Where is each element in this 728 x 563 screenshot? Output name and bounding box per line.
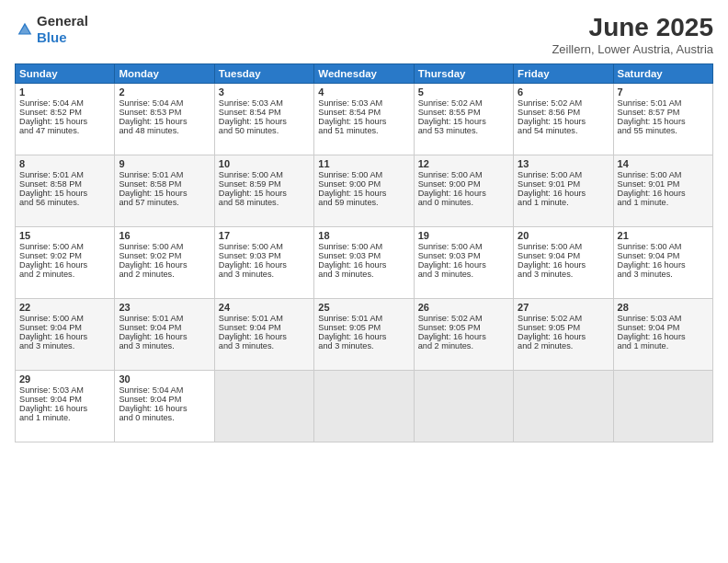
day-number: 27: [518, 302, 609, 313]
calendar-day-cell: 30Sunrise: 5:04 AMSunset: 9:04 PMDayligh…: [115, 371, 214, 442]
day-info-line: and 51 minutes.: [318, 126, 409, 135]
day-info-line: Sunrise: 5:01 AM: [19, 170, 110, 179]
day-info-line: Daylight: 15 hours: [518, 117, 609, 126]
day-info-line: and 2 minutes.: [418, 341, 509, 350]
day-info-line: Sunrise: 5:00 AM: [618, 242, 709, 251]
day-info-line: Sunset: 9:04 PM: [119, 323, 210, 332]
day-info-line: Sunrise: 5:00 AM: [318, 170, 409, 179]
calendar: SundayMondayTuesdayWednesdayThursdayFrid…: [15, 63, 713, 442]
calendar-day-cell: 25Sunrise: 5:01 AMSunset: 9:05 PMDayligh…: [314, 299, 414, 371]
calendar-day-cell: 19Sunrise: 5:00 AMSunset: 9:03 PMDayligh…: [414, 227, 513, 299]
day-info-line: Sunset: 9:04 PM: [518, 251, 609, 260]
day-number: 28: [618, 302, 709, 313]
location-title: Zeillern, Lower Austria, Austria: [552, 42, 713, 56]
day-number: 4: [318, 86, 409, 98]
calendar-day-cell: 9Sunrise: 5:01 AMSunset: 8:58 PMDaylight…: [115, 155, 214, 227]
day-info-line: Sunset: 9:05 PM: [418, 323, 509, 332]
day-info-line: and 54 minutes.: [518, 126, 609, 135]
calendar-day-cell: [613, 371, 712, 442]
day-info-line: Sunset: 9:05 PM: [518, 323, 609, 332]
day-number: 7: [618, 86, 709, 98]
day-info-line: Sunset: 9:03 PM: [219, 251, 310, 260]
calendar-day-cell: 10Sunrise: 5:00 AMSunset: 8:59 PMDayligh…: [214, 155, 313, 227]
day-number: 24: [219, 302, 310, 313]
day-info-line: and 59 minutes.: [318, 198, 409, 207]
day-info-line: Sunrise: 5:04 AM: [119, 98, 210, 108]
day-info-line: and 58 minutes.: [219, 198, 310, 207]
day-info-line: Daylight: 15 hours: [119, 189, 210, 198]
day-info-line: Sunrise: 5:04 AM: [19, 98, 110, 108]
calendar-day-cell: 13Sunrise: 5:00 AMSunset: 9:01 PMDayligh…: [514, 155, 613, 227]
calendar-day-cell: [514, 371, 613, 442]
day-info-line: Daylight: 15 hours: [219, 117, 310, 126]
calendar-day-cell: 16Sunrise: 5:00 AMSunset: 9:02 PMDayligh…: [115, 227, 214, 299]
day-number: 20: [518, 230, 609, 241]
calendar-day-cell: 6Sunrise: 5:02 AMSunset: 8:56 PMDaylight…: [514, 84, 613, 155]
day-info-line: Daylight: 15 hours: [19, 117, 110, 126]
day-info-line: Daylight: 15 hours: [119, 117, 210, 126]
day-info-line: Sunset: 9:04 PM: [19, 323, 110, 332]
calendar-day-cell: 5Sunrise: 5:02 AMSunset: 8:55 PMDaylight…: [414, 84, 513, 155]
day-number: 8: [19, 158, 110, 169]
day-info-line: Sunset: 8:52 PM: [19, 108, 110, 117]
day-info-line: and 3 minutes.: [219, 341, 310, 350]
day-info-line: Sunset: 9:01 PM: [618, 179, 709, 189]
day-info-line: Sunset: 8:58 PM: [119, 179, 210, 189]
day-info-line: and 2 minutes.: [19, 270, 110, 279]
calendar-week-row: 15Sunrise: 5:00 AMSunset: 9:02 PMDayligh…: [16, 227, 713, 299]
day-info-line: Sunrise: 5:00 AM: [219, 170, 310, 179]
day-info-line: Daylight: 16 hours: [418, 189, 509, 198]
day-info-line: Sunset: 8:54 PM: [318, 108, 409, 117]
day-info-line: Sunrise: 5:01 AM: [618, 98, 709, 108]
day-number: 25: [318, 302, 409, 313]
day-info-line: Sunrise: 5:03 AM: [318, 98, 409, 108]
day-info-line: Daylight: 16 hours: [518, 332, 609, 341]
day-info-line: Daylight: 16 hours: [418, 260, 509, 270]
day-info-line: Daylight: 16 hours: [418, 332, 509, 341]
day-number: 29: [19, 373, 110, 385]
day-info-line: Daylight: 16 hours: [119, 332, 210, 341]
day-info-line: Sunset: 8:59 PM: [219, 179, 310, 189]
day-info-line: Daylight: 16 hours: [19, 260, 110, 270]
day-info-line: and 0 minutes.: [418, 198, 509, 207]
day-number: 30: [119, 373, 210, 385]
calendar-header-row: SundayMondayTuesdayWednesdayThursdayFrid…: [16, 64, 713, 84]
day-info-line: Sunrise: 5:00 AM: [418, 242, 509, 251]
day-info-line: and 1 minute.: [19, 413, 110, 422]
day-info-line: Daylight: 16 hours: [618, 260, 709, 270]
day-info-line: and 3 minutes.: [618, 270, 709, 279]
calendar-day-cell: 17Sunrise: 5:00 AMSunset: 9:03 PMDayligh…: [214, 227, 313, 299]
day-info-line: Daylight: 16 hours: [119, 404, 210, 413]
day-info-line: Daylight: 16 hours: [19, 332, 110, 341]
day-info-line: Daylight: 15 hours: [418, 117, 509, 126]
day-info-line: Sunrise: 5:01 AM: [219, 314, 310, 323]
day-info-line: Sunset: 8:53 PM: [119, 108, 210, 117]
calendar-day-cell: 23Sunrise: 5:01 AMSunset: 9:04 PMDayligh…: [115, 299, 214, 371]
weekday-header: Thursday: [414, 64, 513, 84]
weekday-header: Friday: [514, 64, 613, 84]
day-info-line: Sunrise: 5:00 AM: [618, 170, 709, 179]
calendar-day-cell: 4Sunrise: 5:03 AMSunset: 8:54 PMDaylight…: [314, 84, 414, 155]
day-info-line: and 3 minutes.: [518, 270, 609, 279]
weekday-header: Monday: [115, 64, 214, 84]
month-title: June 2025: [552, 13, 713, 42]
day-info-line: and 0 minutes.: [119, 413, 210, 422]
calendar-day-cell: 1Sunrise: 5:04 AMSunset: 8:52 PMDaylight…: [16, 84, 115, 155]
calendar-week-row: 22Sunrise: 5:00 AMSunset: 9:04 PMDayligh…: [16, 299, 713, 371]
day-info-line: Sunset: 9:00 PM: [418, 179, 509, 189]
day-info-line: Sunrise: 5:02 AM: [518, 98, 609, 108]
day-info-line: Sunrise: 5:00 AM: [418, 170, 509, 179]
calendar-day-cell: 28Sunrise: 5:03 AMSunset: 9:04 PMDayligh…: [613, 299, 712, 371]
day-number: 10: [219, 158, 310, 169]
title-block: June 2025 Zeillern, Lower Austria, Austr…: [552, 13, 713, 56]
calendar-week-row: 1Sunrise: 5:04 AMSunset: 8:52 PMDaylight…: [16, 84, 713, 155]
day-info-line: and 1 minute.: [518, 198, 609, 207]
day-info-line: Daylight: 16 hours: [618, 332, 709, 341]
day-info-line: Sunset: 9:00 PM: [318, 179, 409, 189]
day-number: 17: [219, 230, 310, 241]
day-info-line: and 1 minute.: [618, 341, 709, 350]
day-info-line: Sunrise: 5:03 AM: [618, 314, 709, 323]
calendar-day-cell: 24Sunrise: 5:01 AMSunset: 9:04 PMDayligh…: [214, 299, 313, 371]
calendar-day-cell: 29Sunrise: 5:03 AMSunset: 9:04 PMDayligh…: [16, 371, 115, 442]
day-info-line: and 3 minutes.: [19, 341, 110, 350]
